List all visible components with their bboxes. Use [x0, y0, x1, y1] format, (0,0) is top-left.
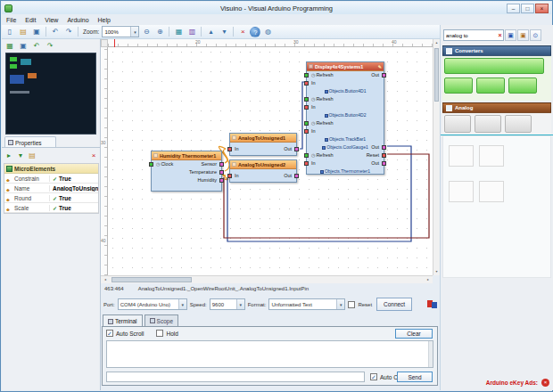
sensor-pin[interactable]	[219, 162, 224, 167]
humidity-pin[interactable]	[219, 178, 224, 183]
property-value[interactable]: ✓True	[49, 195, 98, 201]
property-row[interactable]: ◆Scale ✓True	[4, 203, 98, 213]
component-tile-match[interactable]	[444, 78, 473, 94]
folder-icon[interactable]: ▤	[27, 150, 37, 161]
scroll-up-icon[interactable]: ▴	[433, 39, 440, 46]
menu-arduino[interactable]: Arduino	[62, 17, 93, 23]
category-header-converters[interactable]: Converters	[442, 45, 551, 56]
block-humidity-thermometer1[interactable]: Humidity Thermometer1 ◷Clock Sensor Temp…	[151, 151, 222, 192]
block-display4x4systems1[interactable]: Display4x4Systems1 ✎ ◷Refresh Out In Obj…	[306, 61, 384, 175]
canvas-vertical-scrollbar[interactable]: ▴ ▾	[433, 39, 440, 275]
hold-checkbox[interactable]	[156, 330, 163, 337]
component-tile-match[interactable]	[508, 78, 537, 94]
tab-scope[interactable]: Scope	[144, 314, 178, 326]
send-input[interactable]	[106, 372, 365, 382]
auto-scroll-checkbox[interactable]: ✓	[106, 330, 113, 337]
category-header-analog[interactable]: Analog	[442, 102, 551, 113]
component-board-icon[interactable]: ▦	[4, 40, 16, 52]
clear-search-icon[interactable]: ×	[496, 31, 504, 39]
format-select[interactable]: Unformatted Text ▾	[268, 298, 345, 310]
property-value[interactable]: AnalogToUnsign...	[49, 185, 98, 192]
pencil-icon[interactable]: ✎	[378, 64, 382, 69]
move-up-icon[interactable]: ▴	[204, 26, 217, 37]
property-row[interactable]: ◆Name AnalogToUnsign...	[4, 184, 98, 193]
property-value[interactable]: ✓True	[49, 205, 98, 211]
delete-property-icon[interactable]: ×	[88, 150, 99, 161]
menu-help[interactable]: Help	[94, 17, 115, 23]
open-folder-icon[interactable]: ▤	[17, 26, 29, 37]
property-row[interactable]: ◆Round ✓True	[4, 193, 98, 203]
redo-icon[interactable]: ↷	[44, 40, 56, 52]
block-analogtounsigned2[interactable]: AnalogToUnsigned2 In Out	[229, 159, 297, 183]
help-icon[interactable]: ?	[250, 27, 260, 37]
in-pin[interactable]	[304, 129, 309, 134]
send-button[interactable]: Send	[397, 372, 433, 382]
ad-banner-text[interactable]: Arduino eKey Ads:	[486, 380, 538, 386]
component-tile[interactable]	[449, 181, 474, 202]
block-analogtounsigned1[interactable]: AnalogToUnsigned1 In Out	[229, 133, 297, 156]
component-tile-match[interactable]	[476, 78, 505, 94]
ad-close-icon[interactable]: ×	[541, 379, 549, 387]
refresh-pin[interactable]	[304, 73, 309, 78]
package-icon[interactable]: ▣	[505, 29, 516, 41]
scroll-left-icon[interactable]: ◂	[102, 276, 109, 283]
menu-edit[interactable]: Edit	[21, 17, 40, 23]
collapse-icon[interactable]: ▾	[15, 150, 26, 161]
in-pin[interactable]	[304, 161, 309, 166]
component-tile[interactable]	[449, 145, 474, 167]
save-icon[interactable]: ▣	[30, 26, 43, 37]
scroll-down-icon[interactable]: ▾	[433, 268, 440, 275]
terminal-output[interactable]	[106, 340, 433, 368]
reset-checkbox[interactable]	[348, 301, 355, 308]
out-pin[interactable]	[382, 73, 386, 78]
maximize-button[interactable]: □	[521, 4, 534, 13]
undo-icon[interactable]: ↶	[49, 26, 62, 37]
library-icon[interactable]: ▣	[517, 29, 529, 41]
zoom-out-icon[interactable]: ⊖	[140, 26, 153, 37]
grid-toggle-icon[interactable]: ▦	[172, 26, 185, 37]
block-header[interactable]: AnalogToUnsigned2	[230, 160, 296, 169]
clock-pin[interactable]	[149, 162, 153, 167]
temperature-pin[interactable]	[219, 170, 224, 175]
block-header[interactable]: AnalogToUnsigned1	[230, 134, 296, 143]
design-overview-minimap[interactable]	[5, 53, 96, 135]
clear-button[interactable]: Clear	[395, 329, 433, 339]
in-pin[interactable]	[227, 147, 232, 151]
out-pin[interactable]	[294, 147, 299, 151]
refresh-pin[interactable]	[304, 121, 309, 126]
in-pin[interactable]	[304, 105, 309, 110]
component-tile-match[interactable]	[444, 58, 544, 74]
component-tile[interactable]	[479, 145, 504, 167]
globe-icon[interactable]: ◍	[261, 26, 274, 37]
zoom-in-icon[interactable]: ⊕	[153, 26, 166, 37]
design-canvas[interactable]: Humidity Thermometer1 ◷Clock Sensor Temp…	[108, 47, 433, 275]
reset-pin[interactable]	[382, 153, 386, 158]
auto-clear-checkbox[interactable]: ✓	[370, 373, 377, 380]
in-pin[interactable]	[304, 81, 309, 86]
redo-icon[interactable]: ↷	[62, 26, 75, 37]
zoom-select[interactable]: 100% ▾	[102, 26, 139, 37]
out-pin[interactable]	[382, 161, 386, 166]
minimize-button[interactable]: –	[507, 4, 520, 13]
port-select[interactable]: COM4 (Arduino Uno) ▾	[118, 298, 187, 310]
refresh-pin[interactable]	[304, 153, 309, 158]
tab-terminal[interactable]: Terminal	[103, 314, 143, 327]
component-tile[interactable]	[505, 115, 532, 133]
scrollbar-thumb[interactable]	[434, 48, 439, 102]
expand-icon[interactable]: ▸	[4, 150, 14, 161]
connect-button[interactable]: Connect	[376, 298, 412, 311]
close-button[interactable]: ×	[535, 4, 549, 13]
scrollbar-thumb[interactable]	[111, 277, 192, 282]
block-header[interactable]: Humidity Thermometer1	[152, 151, 221, 160]
block-header[interactable]: Display4x4Systems1 ✎	[307, 62, 384, 71]
out-pin[interactable]	[294, 174, 299, 178]
property-value[interactable]: ✓True	[49, 176, 98, 182]
component-tile[interactable]	[479, 181, 504, 202]
search-input[interactable]	[443, 29, 504, 41]
component-icon[interactable]: ▥	[186, 26, 198, 37]
scroll-right-icon[interactable]: ▸	[425, 276, 432, 283]
in-pin[interactable]	[227, 174, 232, 178]
refresh-pin[interactable]	[304, 97, 309, 102]
out-pin[interactable]	[382, 145, 386, 150]
canvas-horizontal-scrollbar[interactable]: ◂ ▸	[101, 275, 433, 283]
